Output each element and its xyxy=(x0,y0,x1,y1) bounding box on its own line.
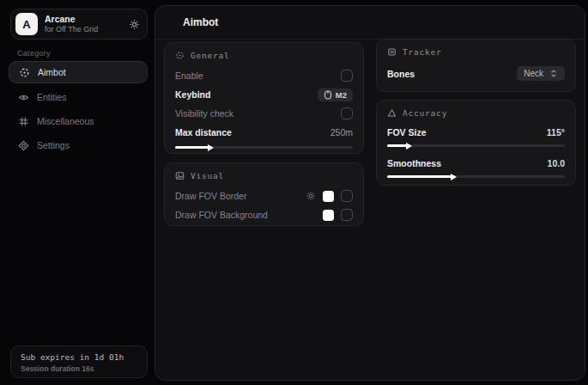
draw-fov-background-label: Draw FOV Background xyxy=(175,210,268,220)
keybind-value: M2 xyxy=(336,90,347,100)
card-title: Tracker xyxy=(403,47,442,57)
fov-border-controls xyxy=(306,190,353,202)
sidebar-item-miscellaneous[interactable]: Miscellaneous xyxy=(9,110,148,132)
fov-border-color-swatch[interactable] xyxy=(323,191,334,202)
draw-fov-border-row: Draw FOV Border xyxy=(175,186,353,205)
accuracy-card: Accuracy FOV Size 115° Smoothness 10.0 xyxy=(376,100,576,186)
keybind-label: Keybind xyxy=(175,89,210,100)
card-title: General xyxy=(191,51,230,60)
draw-fov-background-row: Draw FOV Background xyxy=(175,205,353,224)
sidebar-item-label: Aimbot xyxy=(38,67,66,77)
smoothness-row: Smoothness 10.0 xyxy=(387,155,565,171)
slider-thumb[interactable] xyxy=(451,174,457,180)
sidebar-item-label: Entities xyxy=(37,92,66,102)
card-title: Visual xyxy=(191,171,224,180)
draw-fov-border-checkbox[interactable] xyxy=(341,190,353,202)
fov-border-gear-icon[interactable] xyxy=(306,191,316,201)
smoothness-value: 10.0 xyxy=(548,158,565,168)
slider-fill xyxy=(387,175,455,178)
sidebar: A Arcane for Off The Grid Category Aimbo… xyxy=(0,0,153,385)
enable-checkbox[interactable] xyxy=(341,70,353,82)
chevrons-up-down-icon xyxy=(549,69,558,78)
draw-fov-border-label: Draw FOV Border xyxy=(175,191,246,201)
visual-card: Visual Draw FOV Border Draw FOV Backgrou… xyxy=(164,162,364,226)
image-icon xyxy=(175,171,185,180)
card-title: Accuracy xyxy=(403,108,447,118)
session-duration-text: Session duration 16s xyxy=(21,364,137,373)
sidebar-item-entities[interactable]: Entities xyxy=(9,86,148,108)
max-distance-slider[interactable] xyxy=(175,146,353,149)
slider-fill xyxy=(387,144,410,147)
app-name: Arcane xyxy=(45,15,129,24)
crosshair-icon xyxy=(19,67,30,78)
fov-size-slider[interactable] xyxy=(387,144,565,147)
tracker-card: Tracker Bones Neck xyxy=(376,39,576,92)
enable-label: Enable xyxy=(175,70,203,81)
enable-row: Enable xyxy=(175,66,353,85)
max-distance-value: 250m xyxy=(330,127,353,138)
tracker-card-header: Tracker xyxy=(387,47,565,57)
main-panel: Aimbot General Enable Keybind xyxy=(155,5,585,381)
bones-value: Neck xyxy=(524,69,543,78)
fov-background-color-swatch[interactable] xyxy=(323,210,334,221)
smoothness-slider[interactable] xyxy=(387,175,565,178)
draw-fov-background-checkbox[interactable] xyxy=(341,209,353,221)
fov-size-value: 115° xyxy=(547,127,565,138)
slider-thumb[interactable] xyxy=(208,144,214,151)
subscription-info: Sub expires in 1d 01h Session duration 1… xyxy=(10,345,148,378)
category-label: Category xyxy=(17,49,51,58)
panel-header: Aimbot xyxy=(155,6,585,40)
page-title: Aimbot xyxy=(183,16,218,28)
slider-thumb[interactable] xyxy=(406,143,412,150)
sidebar-item-settings[interactable]: Settings xyxy=(9,134,148,156)
smoothness-label: Smoothness xyxy=(387,158,441,168)
general-card: General Enable Keybind M2 Visibility che… xyxy=(164,42,364,154)
sidebar-item-aimbot[interactable]: Aimbot xyxy=(9,61,148,83)
bones-row: Bones Neck xyxy=(387,63,565,84)
accuracy-card-header: Accuracy xyxy=(387,108,565,118)
fov-background-controls xyxy=(323,209,353,221)
triangle-icon xyxy=(387,108,397,118)
mouse-icon xyxy=(324,90,332,100)
eye-icon xyxy=(18,92,29,103)
crosshair-icon xyxy=(175,51,185,60)
keybind-button[interactable]: M2 xyxy=(318,89,353,101)
visibility-check-checkbox[interactable] xyxy=(341,107,353,119)
visibility-check-row: Visibility check xyxy=(175,104,353,123)
fov-size-label: FOV Size xyxy=(387,127,427,138)
fov-size-row: FOV Size 115° xyxy=(387,124,565,140)
max-distance-label: Max distance xyxy=(175,127,232,138)
max-distance-row: Max distance 250m xyxy=(175,123,353,142)
sidebar-item-label: Miscellaneous xyxy=(37,116,94,126)
bones-label: Bones xyxy=(387,69,415,79)
app-subtitle: for Off The Grid xyxy=(45,26,129,34)
app-header-text: Arcane for Off The Grid xyxy=(45,15,129,34)
gear-icon xyxy=(18,140,29,151)
app-header: A Arcane for Off The Grid xyxy=(10,9,148,40)
header-gear-icon[interactable] xyxy=(129,19,140,30)
visibility-check-label: Visibility check xyxy=(175,108,233,119)
scan-icon xyxy=(387,47,397,57)
keybind-row: Keybind M2 xyxy=(175,85,353,104)
bones-dropdown[interactable]: Neck xyxy=(517,66,565,81)
sub-expires-text: Sub expires in 1d 01h xyxy=(21,352,137,362)
general-card-header: General xyxy=(175,51,353,60)
grid-icon xyxy=(18,116,29,127)
slider-fill xyxy=(175,146,212,149)
visual-card-header: Visual xyxy=(175,171,353,180)
sidebar-item-label: Settings xyxy=(37,140,70,150)
app-logo: A xyxy=(15,13,38,35)
